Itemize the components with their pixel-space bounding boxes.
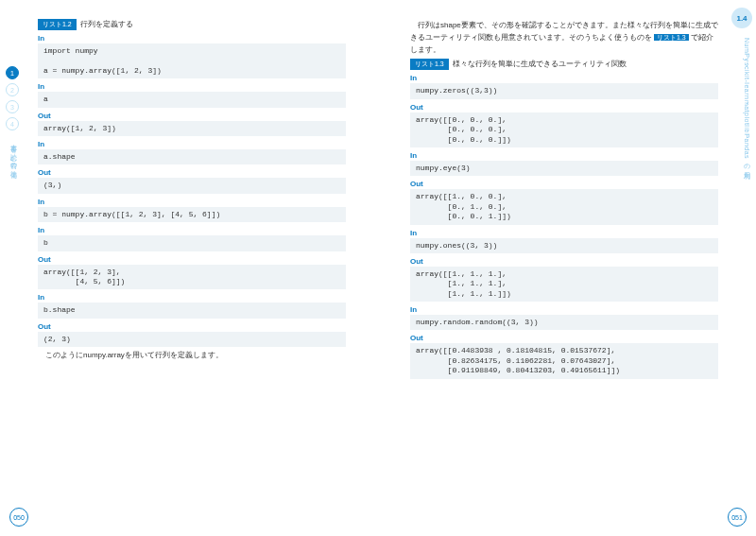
cell-label: In xyxy=(38,140,346,148)
code-block: b.shape xyxy=(38,303,346,318)
code-block: (2, 3) xyxy=(38,332,346,347)
cell-label: Out xyxy=(38,112,346,120)
listing-caption-right: リスト1.3様々な行列を簡単に生成できるユーティリティ関数 xyxy=(410,59,718,70)
code-block: numpy.ones((3, 3)) xyxy=(410,238,718,253)
nav-vtext: 本書を読む前の準備 xyxy=(9,140,17,168)
side-nav: 1 2 3 4 本書を読む前の準備 xyxy=(4,66,21,168)
code-block: b = numpy.array([[1, 2, 3], [4, 5, 6]]) xyxy=(38,207,346,222)
listing-caption-left: リスト1.2行列を定義する xyxy=(38,19,346,30)
cell-label: Out xyxy=(38,255,346,264)
listing-caption-left-text: 行列を定義する xyxy=(80,20,133,28)
cell-label: In xyxy=(38,34,346,43)
nav-dot-2: 2 xyxy=(6,83,19,96)
cell-label: In xyxy=(410,74,718,82)
cell-label: Out xyxy=(38,322,346,331)
cell-label: Out xyxy=(410,257,718,266)
inline-listing-tag: リスト1.3 xyxy=(654,34,689,41)
code-block: numpy.random.random((3, 3)) xyxy=(410,315,718,330)
code-block: a.shape xyxy=(38,149,346,164)
code-block: array([[0.4483938 , 0.18104815, 0.015376… xyxy=(410,343,718,378)
code-block: numpy.zeros((3,3)) xyxy=(410,83,718,98)
cell-label: In xyxy=(410,305,718,314)
code-block: (3,) xyxy=(38,178,346,193)
code-block: import numpy a = numpy.array([1, 2, 3]) xyxy=(38,43,346,78)
section-tag: 1.4 xyxy=(731,8,752,28)
nav-dot-4: 4 xyxy=(6,117,19,130)
code-block: array([[1., 1., 1.], [1., 1., 1.], [1., … xyxy=(410,267,718,302)
cell-label: In xyxy=(38,82,346,91)
left-pagenum: 050 xyxy=(9,508,28,527)
code-block: a xyxy=(38,92,346,107)
left-footer-text: このようにnumpy.arrayを用いて行列を定義します。 xyxy=(38,350,346,362)
right-page: 1.4 NumPy・scikit-learn・matplotlib・Pandas… xyxy=(376,0,756,536)
code-block: numpy.eye(3) xyxy=(410,161,718,176)
code-block: array([[1., 0., 0.], [0., 1., 0.], [0., … xyxy=(410,189,718,224)
right-vtext: NumPy・scikit-learn・matplotlib・Pandasの利用 xyxy=(742,38,751,168)
code-block: array([[1, 2, 3], [4, 5, 6]]) xyxy=(38,265,346,290)
cell-label: In xyxy=(38,198,346,206)
left-page: 1 2 3 4 本書を読む前の準備 リスト1.2行列を定義する Inimport… xyxy=(0,0,376,536)
listing-caption-right-text: 様々な行列を簡単に生成できるユーティリティ関数 xyxy=(453,60,627,68)
cell-label: In xyxy=(38,293,346,302)
nav-dot-1: 1 xyxy=(6,66,19,79)
nav-dot-3: 3 xyxy=(6,100,19,113)
cell-label: In xyxy=(410,229,718,237)
cell-label: Out xyxy=(38,168,346,177)
cell-label: In xyxy=(38,226,346,234)
cell-label: In xyxy=(410,151,718,160)
listing-tag-left: リスト1.2 xyxy=(38,19,77,30)
left-cells: Inimport numpy a = numpy.array([1, 2, 3]… xyxy=(38,34,346,347)
code-block: b xyxy=(38,235,346,251)
cell-label: Out xyxy=(410,180,718,188)
cell-label: Out xyxy=(410,334,718,342)
right-intro: 行列はshape要素で、その形を確認することができます。また様々な行列を簡単に生… xyxy=(410,20,718,56)
code-block: array([[0., 0., 0.], [0., 0., 0.], [0., … xyxy=(410,112,718,147)
right-cells: Innumpy.zeros((3,3))Outarray([[0., 0., 0… xyxy=(410,74,718,378)
cell-label: Out xyxy=(410,103,718,112)
code-block: array([1, 2, 3]) xyxy=(38,121,346,136)
listing-tag-right: リスト1.3 xyxy=(410,59,449,70)
right-pagenum: 051 xyxy=(728,508,747,527)
